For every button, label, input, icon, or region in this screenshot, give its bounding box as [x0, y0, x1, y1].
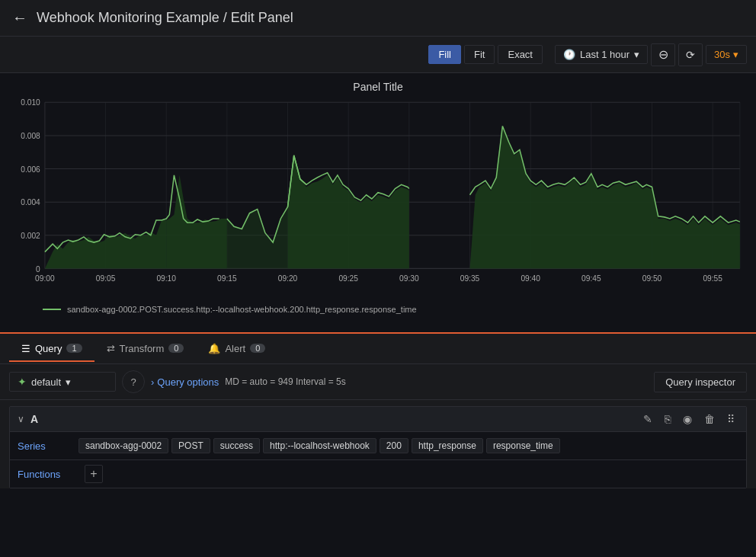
query-tab-icon: ☰: [21, 343, 30, 354]
tag-success[interactable]: success: [213, 438, 260, 453]
svg-text:09:55: 09:55: [703, 274, 722, 283]
query-block-a: ∨ A ✎ ⎘ ◉ 🗑 ⠿ Series sandbox-agg-0002 PO…: [9, 406, 747, 488]
tab-transform[interactable]: ⇄ Transform 0: [94, 337, 197, 362]
top-header: ← Webhook Monitoring Example / Edit Pane…: [0, 0, 756, 37]
functions-label: Functions: [18, 469, 78, 480]
query-block-header: ∨ A ✎ ⎘ ◉ 🗑 ⠿: [10, 407, 746, 431]
datasource-name: default: [31, 376, 61, 388]
panel-title: Panel Title: [12, 81, 744, 93]
tag-host[interactable]: http:--localhost-webhook: [263, 438, 376, 453]
info-button[interactable]: ?: [122, 370, 145, 393]
tag-http-response[interactable]: http_response: [412, 438, 483, 453]
tab-query[interactable]: ☰ Query 1: [9, 337, 94, 362]
clock-icon: 🕐: [563, 49, 575, 60]
svg-marker-29: [470, 128, 740, 269]
series-tags: sandbox-agg-0002 POST success http:--loc…: [78, 438, 560, 453]
exact-button[interactable]: Exact: [498, 45, 543, 64]
query-tab-label: Query: [35, 343, 62, 354]
transform-tab-badge: 0: [168, 344, 184, 353]
svg-text:09:45: 09:45: [581, 274, 601, 283]
tabs-bar: ☰ Query 1 ⇄ Transform 0 🔔 Alert 0: [0, 334, 756, 364]
time-range-label: Last 1 hour: [580, 49, 629, 60]
alert-tab-icon: 🔔: [208, 343, 220, 354]
functions-row: Functions +: [10, 459, 746, 488]
eye-action-button[interactable]: ◉: [679, 411, 696, 427]
query-actions: ✎ ⎘ ◉ 🗑 ⠿: [639, 411, 738, 427]
svg-marker-26: [166, 175, 227, 269]
datasource-selector[interactable]: ✦ default ▾: [9, 372, 116, 392]
alert-tab-label: Alert: [225, 343, 245, 354]
query-tab-badge: 1: [66, 344, 82, 353]
svg-text:09:00: 09:00: [35, 274, 55, 283]
edit-action-button[interactable]: ✎: [639, 411, 656, 427]
query-block-label: A: [30, 413, 38, 425]
query-options-toggle[interactable]: › Query options: [151, 376, 219, 388]
svg-text:0.008: 0.008: [21, 132, 40, 140]
fill-button[interactable]: Fill: [428, 45, 461, 64]
page-title: Webhook Monitoring Example / Edit Panel: [37, 10, 744, 26]
tag-post[interactable]: POST: [171, 438, 210, 453]
copy-action-button[interactable]: ⎘: [661, 411, 674, 427]
svg-text:09:10: 09:10: [156, 274, 176, 283]
transform-tab-label: Transform: [120, 343, 165, 354]
chart-legend: sandbox-agg-0002.POST.success.http:--loc…: [12, 302, 744, 314]
back-button[interactable]: ←: [12, 9, 27, 27]
datasource-icon: ✦: [18, 376, 27, 388]
interval-label: 30s: [714, 49, 730, 60]
drag-action-button[interactable]: ⠿: [723, 411, 738, 427]
time-range-caret-icon: ▾: [634, 49, 639, 60]
series-row: Series sandbox-agg-0002 POST success htt…: [10, 431, 746, 459]
tab-alert[interactable]: 🔔 Alert 0: [196, 337, 277, 362]
legend-line-icon: [43, 309, 61, 310]
query-toolbar: ✦ default ▾ ? › Query options MD = auto …: [0, 364, 756, 400]
svg-text:09:30: 09:30: [399, 274, 419, 283]
refresh-button[interactable]: ⟳: [678, 43, 703, 66]
collapse-button[interactable]: ∨: [18, 414, 24, 424]
svg-text:09:05: 09:05: [96, 274, 116, 283]
svg-text:09:40: 09:40: [521, 274, 540, 283]
transform-tab-icon: ⇄: [107, 343, 115, 354]
zoom-out-button[interactable]: ⊖: [651, 43, 675, 66]
fit-button[interactable]: Fit: [464, 45, 495, 64]
svg-text:09:20: 09:20: [278, 274, 298, 283]
svg-text:09:35: 09:35: [460, 274, 480, 283]
svg-text:0.010: 0.010: [21, 98, 40, 107]
tag-response-time[interactable]: response_time: [486, 438, 560, 453]
legend-label: sandbox-agg-0002.POST.success.http:--loc…: [67, 305, 417, 314]
svg-text:09:50: 09:50: [642, 274, 662, 283]
query-options-label: Query options: [157, 376, 219, 388]
svg-text:09:15: 09:15: [217, 274, 237, 283]
time-range-button[interactable]: 🕐 Last 1 hour ▾: [555, 45, 648, 64]
svg-text:0.006: 0.006: [21, 165, 40, 174]
series-label: Series: [18, 440, 78, 452]
datasource-caret-icon: ▾: [66, 376, 71, 388]
svg-marker-27: [227, 206, 288, 268]
delete-action-button[interactable]: 🗑: [700, 411, 719, 427]
svg-text:0: 0: [36, 264, 40, 273]
tag-sandbox[interactable]: sandbox-agg-0002: [78, 438, 168, 453]
tag-200[interactable]: 200: [380, 438, 408, 453]
svg-text:09:25: 09:25: [338, 274, 358, 283]
chart-panel: Panel Title 0.010 0.008 0.006 0.004 0.00…: [0, 73, 756, 332]
svg-text:0.004: 0.004: [21, 198, 40, 206]
chart-area: 0.010 0.008 0.006 0.004 0.002 0: [12, 96, 744, 302]
interval-caret-icon: ▾: [733, 49, 738, 60]
query-panel: ☰ Query 1 ⇄ Transform 0 🔔 Alert 0 ✦ defa…: [0, 332, 756, 488]
query-options-info: MD = auto = 949 Interval = 5s: [225, 376, 345, 387]
svg-text:0.002: 0.002: [21, 232, 40, 240]
expand-icon: ›: [151, 376, 154, 388]
query-inspector-button[interactable]: Query inspector: [654, 372, 747, 392]
alert-tab-badge: 0: [250, 344, 265, 353]
toolbar: Fill Fit Exact 🕐 Last 1 hour ▾ ⊖ ⟳ 30s ▾: [0, 37, 756, 73]
interval-button[interactable]: 30s ▾: [706, 45, 747, 64]
add-function-button[interactable]: +: [85, 465, 103, 483]
